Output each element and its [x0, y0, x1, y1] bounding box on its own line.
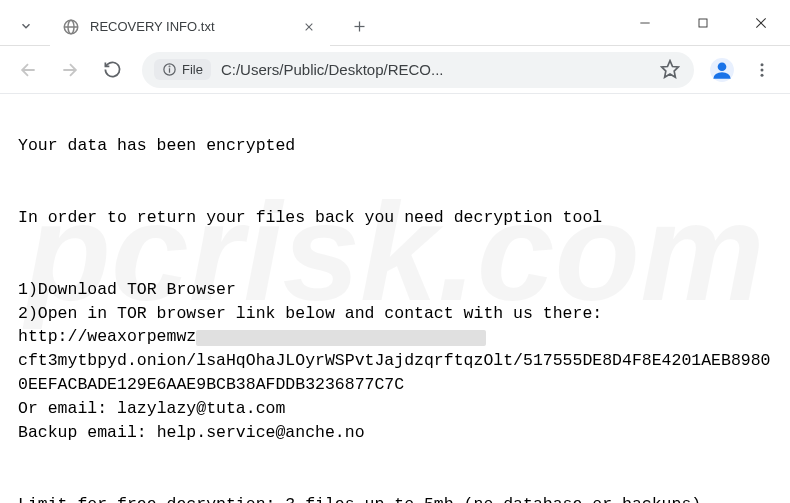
menu-button[interactable]: [744, 52, 780, 88]
forward-button[interactable]: [52, 52, 88, 88]
maximize-icon: [697, 17, 709, 29]
tab-search-button[interactable]: [8, 9, 44, 43]
content-block: 1)Download TOR Browser 2)Open in TOR bro…: [18, 278, 772, 445]
info-icon: [162, 62, 177, 77]
tab-close-button[interactable]: [300, 18, 318, 36]
file-label: File: [182, 62, 203, 77]
file-protocol-chip[interactable]: File: [154, 59, 211, 80]
content-line: Your data has been encrypted: [18, 134, 772, 158]
title-bar: RECOVERY INFO.txt: [0, 0, 790, 46]
profile-icon: [709, 57, 735, 83]
arrow-left-icon: [18, 60, 38, 80]
content-line: Limit for free decryption: 3 files up to…: [18, 493, 772, 503]
close-icon: [754, 16, 768, 30]
globe-icon: [62, 18, 80, 36]
svg-rect-8: [699, 19, 707, 27]
chevron-down-icon: [19, 19, 33, 33]
document-content: Your data has been encrypted In order to…: [0, 94, 790, 503]
svg-marker-16: [662, 60, 679, 77]
new-tab-button[interactable]: [344, 12, 374, 42]
tab-title: RECOVERY INFO.txt: [90, 19, 300, 34]
bookmark-button[interactable]: [660, 59, 682, 81]
content-line: In order to return your files back you n…: [18, 206, 772, 230]
close-icon: [304, 22, 314, 32]
minimize-icon: [638, 16, 652, 30]
svg-point-21: [761, 73, 764, 76]
svg-point-19: [761, 63, 764, 66]
minimize-button[interactable]: [616, 0, 674, 46]
svg-point-20: [761, 68, 764, 71]
tab-strip: RECOVERY INFO.txt: [0, 0, 616, 45]
url-text: C:/Users/Public/Desktop/RECO...: [221, 61, 654, 78]
plus-icon: [352, 19, 367, 34]
star-icon: [660, 59, 680, 79]
reload-icon: [103, 60, 122, 79]
browser-toolbar: File C:/Users/Public/Desktop/RECO...: [0, 46, 790, 94]
close-window-button[interactable]: [732, 0, 790, 46]
arrow-right-icon: [60, 60, 80, 80]
address-bar[interactable]: File C:/Users/Public/Desktop/RECO...: [142, 52, 694, 88]
redacted-segment: [196, 330, 486, 346]
window-controls: [616, 0, 790, 45]
back-button[interactable]: [10, 52, 46, 88]
profile-button[interactable]: [706, 54, 738, 86]
reload-button[interactable]: [94, 52, 130, 88]
kebab-icon: [753, 61, 771, 79]
svg-point-18: [718, 62, 727, 71]
browser-tab[interactable]: RECOVERY INFO.txt: [50, 8, 330, 46]
maximize-button[interactable]: [674, 0, 732, 46]
svg-point-15: [169, 66, 170, 67]
